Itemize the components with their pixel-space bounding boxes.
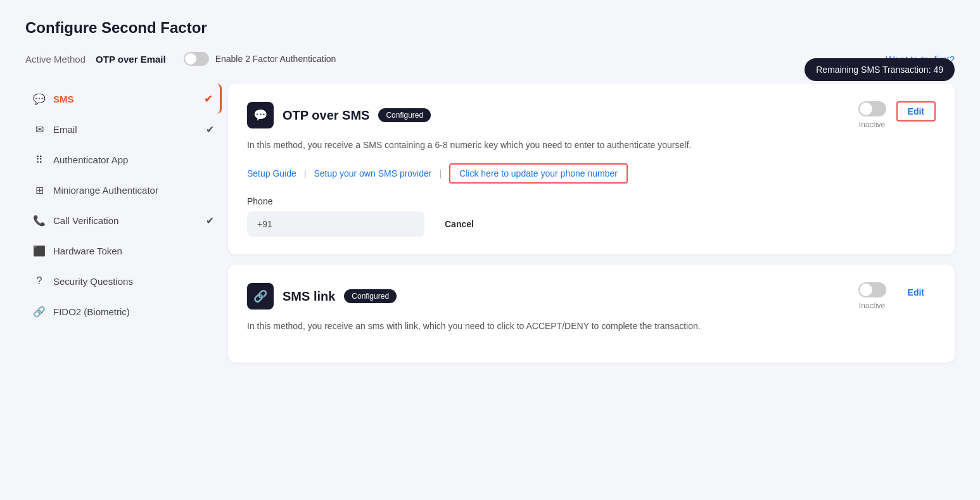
otp-sms-controls: Inactive Edit (858, 101, 936, 129)
sms-link-card: 🔗 SMS link Configured Inactive Edit In t… (228, 265, 955, 362)
fido2-icon: 🔗 (33, 305, 46, 318)
content-area: Remaining SMS Transaction: 49 💬 OTP over… (228, 84, 955, 373)
authenticator-app-icon: ⠿ (33, 153, 46, 166)
email-icon: ✉ (33, 123, 46, 135)
sms-link-title: SMS link (283, 289, 335, 304)
sms-link-icon: 🔗 (247, 283, 274, 309)
sidebar-label-sms: SMS (53, 94, 74, 104)
sidebar: 💬 SMS ✔ ✉ Email ✔ ⠿ Authenticator App ⊞ … (25, 84, 228, 373)
separator-1: | (304, 168, 307, 178)
hardware-token-icon: ⬛ (33, 244, 46, 257)
sidebar-item-fido2[interactable]: 🔗 FIDO2 (Biometric) (25, 296, 222, 327)
otp-sms-inactive-label: Inactive (859, 120, 885, 129)
sms-link-header: 🔗 SMS link Configured Inactive Edit (247, 282, 936, 310)
setup-guide-link[interactable]: Setup Guide (247, 168, 296, 178)
otp-sms-header: 💬 OTP over SMS Configured Inactive Edit (247, 101, 936, 129)
sidebar-label-security-questions: Security Questions (53, 276, 133, 287)
phone-label: Phone (247, 196, 936, 206)
active-method-value: OTP over Email (96, 54, 166, 65)
sidebar-item-hardware-token[interactable]: ⬛ Hardware Token (25, 235, 222, 266)
sidebar-item-email[interactable]: ✉ Email ✔ (25, 114, 222, 144)
security-questions-icon: ? (33, 275, 46, 287)
active-method-label: Active Method (25, 54, 86, 65)
otp-sms-badge: Configured (378, 108, 431, 122)
sms-icon: 💬 (33, 92, 46, 105)
sms-transaction-badge: Remaining SMS Transaction: 49 (805, 58, 955, 81)
cancel-button[interactable]: Cancel (435, 214, 484, 234)
sms-link-controls: Inactive Edit (858, 282, 936, 310)
sidebar-item-call-verification[interactable]: 📞 Call Verification ✔ (25, 205, 222, 235)
sms-link-toggle-group: Inactive (858, 282, 886, 310)
otp-sms-title: OTP over SMS (283, 108, 369, 123)
phone-row: Cancel (247, 211, 936, 237)
otp-sms-description: In this method, you receive a SMS contai… (247, 138, 767, 152)
sidebar-label-fido2: FIDO2 (Biometric) (53, 306, 130, 317)
otp-sms-edit-button[interactable]: Edit (896, 101, 936, 122)
sidebar-item-authenticator-app[interactable]: ⠿ Authenticator App (25, 144, 222, 175)
sms-check-icon: ✔ (204, 93, 212, 105)
sidebar-label-miniorange: Miniorange Authenticator (53, 185, 158, 196)
separator-2: | (439, 168, 442, 178)
sidebar-item-sms[interactable]: 💬 SMS ✔ (25, 84, 222, 114)
sms-link-description: In this method, you receive an sms with … (247, 319, 767, 333)
otp-sms-icon: 💬 (247, 102, 274, 128)
enable-2fa-toggle[interactable] (184, 52, 209, 66)
sidebar-item-miniorange-authenticator[interactable]: ⊞ Miniorange Authenticator (25, 175, 222, 205)
sms-link-inactive-label: Inactive (859, 301, 885, 310)
sidebar-label-call: Call Verification (53, 215, 118, 226)
email-check-icon: ✔ (206, 123, 214, 135)
sidebar-item-security-questions[interactable]: ? Security Questions (25, 266, 222, 296)
call-check-icon: ✔ (206, 215, 214, 227)
sms-link-toggle[interactable] (858, 282, 886, 297)
update-phone-link[interactable]: Click here to update your phone number (449, 163, 628, 184)
page-title: Configure Second Factor (25, 19, 955, 37)
otp-sms-card: 💬 OTP over SMS Configured Inactive Edit … (228, 84, 955, 254)
phone-input[interactable] (247, 211, 424, 237)
main-content: 💬 SMS ✔ ✉ Email ✔ ⠿ Authenticator App ⊞ … (25, 84, 955, 373)
otp-sms-toggle-group: Inactive (858, 101, 886, 129)
sms-link-badge: Configured (344, 289, 397, 303)
call-icon: 📞 (33, 214, 46, 227)
enable-2fa-label: Enable 2 Factor Authentication (215, 54, 336, 64)
enable-2fa-toggle-container: Enable 2 Factor Authentication (184, 52, 336, 66)
otp-sms-toggle[interactable] (858, 101, 886, 116)
sms-link-edit-button[interactable]: Edit (896, 282, 936, 303)
setup-own-provider-link[interactable]: Setup your own SMS provider (314, 168, 431, 178)
sidebar-label-hardware-token: Hardware Token (53, 246, 122, 256)
miniorange-icon: ⊞ (33, 184, 46, 196)
sidebar-label-authenticator-app: Authenticator App (53, 154, 128, 165)
sidebar-label-email: Email (53, 124, 77, 135)
phone-section: Phone Cancel (247, 196, 936, 237)
otp-sms-links: Setup Guide | Setup your own SMS provide… (247, 163, 936, 184)
